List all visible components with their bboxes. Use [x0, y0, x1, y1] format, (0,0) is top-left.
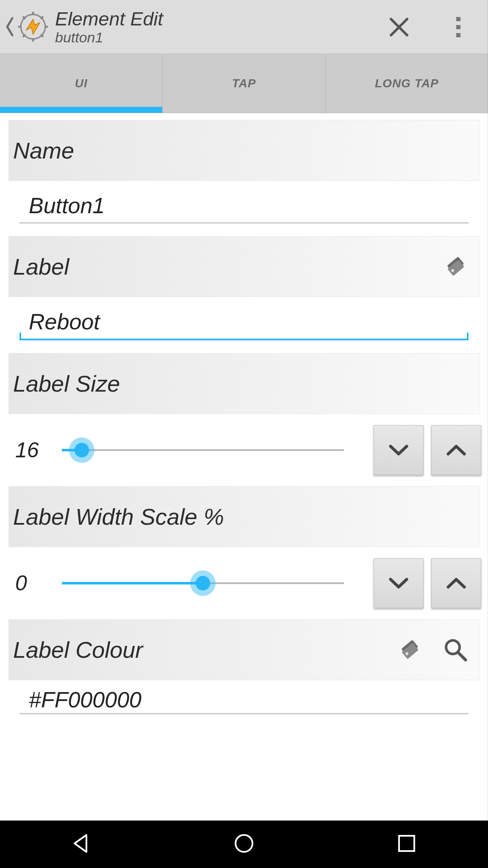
svg-rect-23 — [399, 836, 414, 851]
label-size-value: 16 — [15, 438, 62, 462]
section-title: Label Size — [9, 370, 120, 397]
section-title: Name — [9, 137, 74, 164]
tag-icon[interactable] — [434, 245, 477, 288]
section-header-name: Name — [8, 120, 480, 181]
app-bar: Element Edit button1 — [0, 0, 488, 54]
name-input[interactable] — [19, 186, 469, 223]
section-header-label-size: Label Size — [8, 353, 480, 414]
label-width-control: 0 — [0, 547, 488, 619]
search-icon[interactable] — [434, 629, 477, 671]
tab-label: UI — [75, 77, 88, 90]
label-width-slider[interactable] — [62, 566, 344, 600]
section-header-label-width: Label Width Scale % — [8, 486, 480, 547]
section-header-label-colour: Label Colour — [8, 619, 480, 680]
screen-title: Element Edit — [55, 8, 163, 30]
svg-rect-11 — [456, 17, 460, 21]
label-input[interactable] — [19, 302, 469, 340]
tab-label: TAP — [232, 77, 256, 90]
tag-icon[interactable] — [388, 629, 431, 671]
section-title: Label Colour — [9, 637, 143, 663]
section-title: Label Width Scale % — [9, 504, 224, 530]
system-recents-icon[interactable] — [394, 831, 419, 858]
label-width-value: 0 — [15, 571, 62, 595]
section-header-label: Label — [8, 236, 480, 297]
appbar-titles: Element Edit button1 — [55, 8, 163, 46]
overflow-menu-icon[interactable] — [429, 0, 488, 54]
svg-line-21 — [458, 652, 466, 660]
label-width-decrement[interactable] — [374, 558, 424, 608]
system-nav-bar — [0, 821, 488, 868]
tab-tap[interactable]: TAP — [163, 54, 325, 113]
label-colour-input[interactable] — [19, 684, 469, 714]
tab-label: LONG TAP — [375, 77, 439, 90]
svg-point-22 — [236, 835, 252, 852]
content-scroll[interactable]: Name Label Label Size — [0, 114, 488, 821]
tabs-bar: UI TAP LONG TAP — [0, 54, 488, 113]
section-title: Label — [9, 253, 69, 280]
svg-rect-12 — [456, 25, 460, 29]
label-size-decrement[interactable] — [374, 425, 424, 475]
tab-ui[interactable]: UI — [0, 54, 163, 113]
label-size-control: 16 — [0, 414, 488, 486]
appbar-actions — [369, 0, 488, 54]
label-size-increment[interactable] — [431, 425, 481, 475]
label-field-row — [19, 302, 469, 340]
back-navigation-icon[interactable] — [3, 10, 16, 44]
label-size-slider[interactable] — [62, 433, 344, 467]
system-back-icon[interactable] — [69, 831, 94, 858]
name-field-row — [19, 186, 469, 223]
app-icon — [16, 10, 50, 44]
close-icon[interactable] — [369, 0, 429, 54]
screen-subtitle: button1 — [55, 29, 163, 46]
svg-rect-13 — [456, 33, 460, 37]
tab-long-tap[interactable]: LONG TAP — [326, 54, 488, 113]
system-home-icon[interactable] — [231, 831, 257, 858]
label-colour-field-row — [19, 684, 469, 714]
label-width-increment[interactable] — [431, 558, 481, 608]
